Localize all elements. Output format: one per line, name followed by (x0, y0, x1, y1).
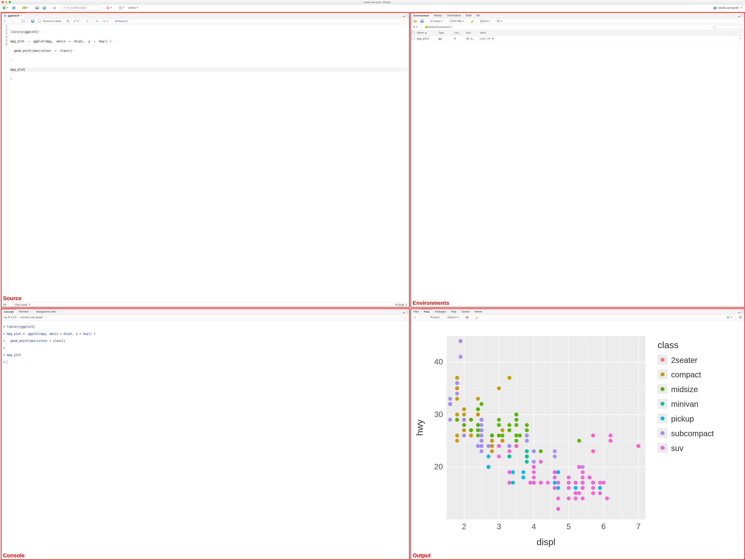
panes-button[interactable]: ▼ (118, 5, 126, 10)
svg-point-296 (497, 455, 501, 458)
compile-report-button[interactable] (84, 19, 90, 23)
maximize-pane-icon[interactable]: ▢ (741, 14, 743, 17)
plot-area: 234567203040displhwyclass2seatercompactm… (411, 320, 744, 559)
minimize-pane-icon[interactable]: ▂ (738, 14, 740, 17)
close-window-button[interactable] (2, 1, 4, 3)
col-length[interactable]: Len… (453, 31, 465, 35)
rerun-button[interactable]: ▼ (101, 19, 109, 23)
tab-tutorial[interactable]: Tutorial (459, 309, 472, 314)
tab-console[interactable]: Console (1, 309, 16, 314)
save-all-button[interactable] (41, 5, 47, 10)
minimize-pane-icon[interactable]: ▂ (403, 310, 405, 313)
addins-button[interactable]: Addins▼ (127, 6, 140, 10)
goto-workdir-button[interactable] (44, 316, 49, 319)
select-all-checkbox[interactable] (412, 31, 415, 34)
env-scope-button[interactable]: Global Environment▼ (424, 25, 454, 29)
code-editor[interactable]: 1 2 3 4 5 6 library(ggplot2)¬ mpg_plot· … (1, 24, 409, 302)
save-workspace-button[interactable] (419, 19, 425, 23)
new-file-button[interactable]: ▼ (1, 5, 10, 10)
tab-connections[interactable]: Connections (444, 13, 463, 18)
col-size[interactable]: Size (465, 31, 479, 35)
svg-point-175 (525, 449, 529, 453)
find-button[interactable] (65, 19, 71, 23)
load-workspace-button[interactable] (412, 19, 418, 23)
clear-all-plots-button[interactable] (474, 315, 479, 319)
export-plot-button[interactable]: Export▼ (445, 315, 460, 319)
search-icon (714, 26, 716, 28)
minimize-pane-icon[interactable]: ▂ (738, 310, 740, 313)
clear-workspace-button[interactable] (469, 19, 475, 23)
save-button[interactable] (30, 19, 35, 23)
run-button[interactable] (94, 19, 100, 23)
source-tab-ggplot2[interactable]: R ggplot2.R ✕ (1, 13, 25, 18)
forward-button[interactable] (10, 19, 16, 23)
code-content[interactable]: library(ggplot2)¬ mpg_plot· ← ·ggplot(mp… (9, 24, 409, 302)
memory-usage-button[interactable]: 220 MiB▼ (448, 19, 465, 23)
inspect-icon[interactable] (739, 37, 742, 40)
tab-viewer[interactable]: Viewer (472, 309, 485, 314)
env-search-input[interactable] (712, 25, 743, 29)
svg-point-238 (459, 339, 463, 343)
svg-point-131 (476, 434, 480, 437)
tab-background-jobs[interactable]: Background Jobs✕ (34, 309, 61, 314)
svg-text:suv: suv (671, 444, 684, 453)
remove-plot-button[interactable] (464, 315, 470, 319)
source-on-save-checkbox[interactable] (37, 19, 42, 23)
tab-terminal[interactable]: Terminal✕ (16, 309, 34, 314)
language-scope-button[interactable]: R▼ (412, 25, 419, 29)
svg-text:R: R (5, 316, 7, 319)
tab-plots[interactable]: Plots (421, 309, 432, 314)
print-button[interactable] (52, 5, 58, 10)
file-type-selector[interactable]: R Script ⇕ (393, 303, 409, 306)
minimize-window-button[interactable] (5, 1, 7, 3)
source-button[interactable]: Source▼ (114, 19, 130, 23)
scope-selector[interactable]: (Top Level) ⇕ (13, 303, 393, 306)
tab-help[interactable]: Help (449, 309, 459, 314)
zoom-window-button[interactable] (9, 1, 11, 3)
console-output[interactable]: > library(ggplot2) > mpg_plot <- ggplot(… (1, 320, 409, 559)
close-terminal-icon[interactable]: ✕ (29, 310, 31, 313)
tab-environment[interactable]: Environment (411, 13, 431, 18)
show-in-new-window-button[interactable] (21, 19, 26, 23)
close-jobs-icon[interactable]: ✕ (57, 310, 59, 313)
close-tab-icon[interactable]: ✕ (21, 14, 22, 17)
next-plot-button[interactable] (419, 315, 425, 319)
import-button[interactable]: Import▼ (429, 19, 444, 23)
open-file-button[interactable]: ▼ (21, 5, 30, 10)
maximize-pane-icon[interactable]: ▢ (406, 310, 408, 313)
row-checkbox[interactable] (412, 37, 415, 40)
knit-button[interactable]: ▼ (105, 5, 114, 10)
tab-build[interactable]: Build (463, 13, 474, 18)
back-button[interactable] (3, 19, 9, 23)
goto-file-function-input[interactable]: Go to file/function (62, 5, 101, 10)
col-type[interactable]: Type (438, 31, 453, 35)
row-name: mpg_plot (416, 37, 438, 41)
svg-point-265 (532, 470, 536, 474)
maximize-pane-icon[interactable]: ▢ (741, 310, 743, 313)
refresh-button[interactable]: ▼ (495, 19, 504, 23)
svg-point-204 (487, 455, 490, 458)
project-menu-button[interactable]: R rstudio-user-guide ▼ (712, 5, 744, 10)
tab-history[interactable]: History (432, 13, 444, 18)
publish-button[interactable]: ▼ (725, 315, 734, 319)
refresh-plot-button[interactable] (738, 315, 743, 319)
save-current-button[interactable] (34, 5, 40, 10)
source-button-label: Source (118, 20, 126, 23)
code-tools-button[interactable]: ▼ (72, 19, 80, 23)
new-project-button[interactable] (11, 5, 17, 10)
prev-plot-button[interactable] (412, 315, 418, 319)
env-row[interactable]: mpg_plot gg 9 29.1… List of 9 (411, 36, 744, 42)
view-mode-button[interactable]: Grid▼ (479, 19, 491, 23)
working-dir[interactable]: ~/rstudio-user-guide/ (20, 316, 43, 319)
col-value[interactable]: Value (479, 31, 739, 35)
maximize-pane-icon[interactable]: ▢ (406, 14, 408, 17)
tab-files[interactable]: Files (411, 309, 421, 314)
tab-git[interactable]: Git (474, 13, 482, 18)
svg-point-153 (462, 423, 466, 427)
clear-console-button[interactable] (402, 315, 408, 319)
minimize-pane-icon[interactable]: ▂ (403, 14, 405, 17)
tab-packages[interactable]: Packages (432, 309, 449, 314)
col-name[interactable]: Name ▲ (416, 31, 438, 35)
zoom-plot-button[interactable]: Zoom (429, 315, 441, 319)
svg-point-277 (539, 481, 543, 485)
